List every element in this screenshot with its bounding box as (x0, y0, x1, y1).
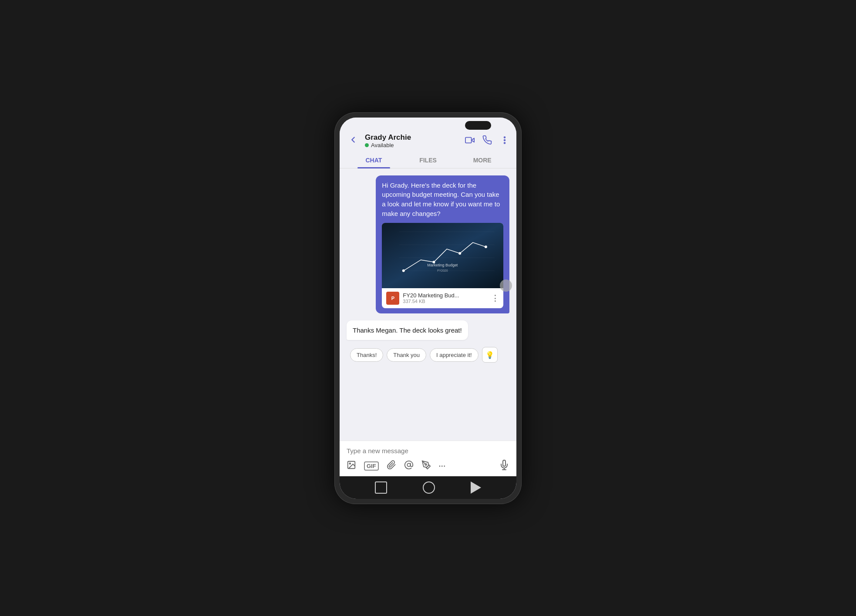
phone-screen: Grady Archie Available (340, 118, 516, 499)
input-toolbar: GIF ··· (347, 458, 509, 473)
svg-marker-0 (472, 138, 474, 142)
bottom-nav-bar (340, 476, 516, 499)
svg-point-3 (504, 139, 506, 141)
file-size: 337.54 KB (403, 299, 488, 304)
suggestions-button[interactable]: 💡 (482, 347, 498, 363)
smart-replies-row: Thanks! Thank you I appreciate it! 💡 (347, 347, 509, 363)
tab-more[interactable]: MORE (455, 152, 509, 168)
svg-point-4 (504, 142, 506, 144)
svg-point-18 (407, 463, 410, 466)
file-info-row: P FY20 Marketing Bud... 337.54 KB ⋮ (382, 288, 503, 308)
message-text-received: Thanks Megan. The deck looks great! (353, 326, 462, 335)
pen-button[interactable] (421, 460, 431, 472)
message-input-area: GIF ··· (340, 441, 516, 476)
svg-point-19 (425, 464, 427, 465)
svg-point-10 (402, 269, 405, 272)
message-bubble-sent: Hi Grady. Here's the deck for the upcomi… (376, 175, 509, 313)
file-name: FY20 Marketing Bud... (403, 292, 488, 299)
contact-name: Grady Archie (365, 133, 460, 142)
back-button[interactable] (347, 133, 360, 149)
sent-message-with-attachment: Hi Grady. Here's the deck for the upcomi… (347, 175, 509, 313)
file-metadata: FY20 Marketing Bud... 337.54 KB (403, 292, 488, 304)
smart-reply-appreciate[interactable]: I appreciate it! (430, 348, 479, 362)
video-call-button[interactable] (465, 135, 475, 147)
smart-reply-thank-you[interactable]: Thank you (387, 348, 426, 362)
tab-files[interactable]: FILES (401, 152, 455, 168)
header-actions (465, 135, 509, 147)
file-more-options[interactable]: ⋮ (491, 293, 499, 303)
camera-notch (465, 121, 491, 130)
voice-call-button[interactable] (482, 135, 492, 147)
svg-point-13 (485, 246, 487, 248)
microphone-button[interactable] (499, 460, 509, 473)
attachment-button[interactable] (387, 460, 396, 472)
contact-info: Grady Archie Available (365, 133, 460, 148)
mention-button[interactable] (404, 460, 414, 472)
svg-rect-5 (382, 223, 503, 288)
nav-recents-button[interactable] (471, 481, 481, 494)
file-attachment-card[interactable]: Marketing Budget FY2020 P FY20 Marketing… (382, 223, 503, 308)
phone-device: Grady Archie Available (334, 112, 522, 504)
powerpoint-icon: P (386, 292, 399, 305)
svg-rect-1 (465, 137, 472, 143)
tab-bar: CHAT FILES MORE (340, 152, 516, 168)
svg-point-2 (504, 137, 506, 138)
message-bubble-received: Thanks Megan. The deck looks great! (347, 320, 468, 340)
message-input-field[interactable] (347, 445, 509, 458)
chat-header: Grady Archie Available (340, 130, 516, 149)
status-indicator (365, 143, 369, 147)
gif-button[interactable]: GIF (364, 461, 379, 471)
more-options-button[interactable] (500, 135, 509, 147)
nav-back-button[interactable] (375, 481, 387, 494)
svg-point-12 (458, 252, 461, 255)
chat-messages: Hi Grady. Here's the deck for the upcomi… (340, 168, 516, 441)
file-preview-image: Marketing Budget FY2020 (382, 223, 503, 288)
svg-text:Marketing Budget: Marketing Budget (428, 263, 458, 267)
smart-reply-thanks[interactable]: Thanks! (350, 348, 383, 362)
svg-text:FY2020: FY2020 (437, 269, 448, 272)
nav-home-button[interactable] (423, 481, 435, 494)
more-toolbar-button[interactable]: ··· (439, 462, 446, 470)
svg-point-17 (349, 463, 350, 464)
status-text: Available (371, 142, 394, 148)
message-text: Hi Grady. Here's the deck for the upcomi… (382, 181, 503, 219)
received-message: Thanks Megan. The deck looks great! (347, 320, 509, 340)
image-picker-button[interactable] (347, 460, 356, 472)
tab-chat[interactable]: CHAT (347, 152, 401, 168)
contact-status: Available (365, 142, 460, 148)
reaction-overlay (500, 279, 512, 292)
